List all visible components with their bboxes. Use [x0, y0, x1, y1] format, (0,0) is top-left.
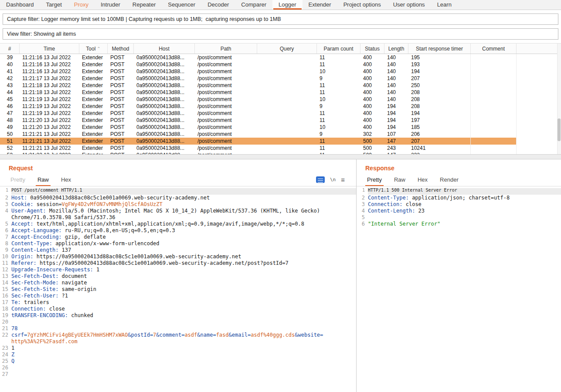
editor-line: 1HTTP/1.1 500 Internal Server Error [357, 188, 561, 195]
table-vertical-scrollbar[interactable] [557, 44, 561, 154]
table-row[interactable]: 5211:21:21 13 Jul 2022ExtenderPOST0a9500… [0, 145, 561, 152]
response-tab-hex[interactable]: Hex [411, 173, 434, 186]
cell: 0a9500020413d88... [134, 110, 195, 117]
column-header-time[interactable]: Time [20, 44, 79, 54]
response-tab-render[interactable]: Render [434, 173, 465, 186]
table-row[interactable]: 4711:21:19 13 Jul 2022ExtenderPOST0a9500… [0, 110, 561, 117]
cell: 208 [408, 103, 471, 110]
cell-filler [517, 82, 561, 89]
syntax-highlight-icon[interactable] [316, 176, 325, 183]
request-tab-pretty[interactable]: Pretty [4, 173, 31, 186]
response-tab-raw[interactable]: Raw [388, 173, 411, 186]
tab-dashboard[interactable]: Dashboard [0, 0, 40, 10]
show-newlines-icon[interactable]: \n [330, 177, 336, 182]
capture-filter-bar[interactable]: Capture filter: Logger memory limit set … [3, 14, 558, 25]
column-header-filler [517, 44, 561, 54]
line-content: Accept: text/html,application/xhtml+xml,… [11, 221, 356, 227]
column-header-status[interactable]: Status [360, 44, 384, 54]
tab-logger[interactable]: Logger [272, 0, 302, 10]
line-number: 27 [0, 371, 11, 378]
tab-comparer[interactable]: Comparer [235, 0, 272, 10]
cell [257, 124, 317, 131]
editor-line: 17Te: trailers [0, 299, 356, 306]
cell: 140 [384, 75, 408, 82]
cell: 40 [0, 61, 20, 68]
code-segment: asdf%40ggg.cds [251, 332, 295, 338]
code-segment: session= [34, 201, 62, 207]
editor-line: 12Upgrade-Insecure-Requests: 1 [0, 267, 356, 273]
table-row[interactable]: 5111:21:21 13 Jul 2022ExtenderPOST0a9500… [0, 138, 561, 145]
column-header-start-response-timer[interactable]: Start response timer [408, 44, 471, 54]
cell: 48 [0, 117, 20, 124]
column-header-path[interactable]: Path [195, 44, 257, 54]
table-row[interactable]: 4611:21:19 13 Jul 2022ExtenderPOST0a9500… [0, 103, 561, 110]
table-row[interactable]: 4511:21:19 13 Jul 2022ExtenderPOST0a9500… [0, 96, 561, 103]
request-editor[interactable]: 1POST /post/comment HTTP/1.12Host: 0a950… [0, 186, 356, 378]
cell: 0a9500020413d88... [134, 96, 195, 103]
tab-target[interactable]: Target [40, 0, 68, 10]
column-header-method[interactable]: Method [108, 44, 134, 54]
tab-proxy[interactable]: Proxy [68, 0, 95, 10]
table-row[interactable]: 5011:21:21 13 Jul 2022ExtenderPOST0a9500… [0, 131, 561, 138]
column-header-length[interactable]: Length [384, 44, 408, 54]
tab-decoder[interactable]: Decoder [201, 0, 235, 10]
cell: 195 [408, 54, 471, 61]
cell: 11 [317, 82, 360, 89]
tab-sequencer[interactable]: Sequencer [162, 0, 201, 10]
line-number: 21 [0, 325, 11, 332]
table-row[interactable]: 4911:21:20 13 Jul 2022ExtenderPOST0a9500… [0, 124, 561, 131]
response-tab-pretty[interactable]: Pretty [361, 173, 388, 186]
column-header-tool[interactable]: Tool⌃ [79, 44, 108, 54]
line-content: Sec-Fetch-Mode: navigate [11, 280, 356, 286]
view-filter-bar[interactable]: View filter: Showing all items [3, 28, 558, 40]
cell: Extender [79, 152, 108, 154]
cell: 44 [0, 89, 20, 96]
cell: 43 [0, 82, 20, 89]
cell: POST [108, 82, 134, 89]
cell: 185 [408, 124, 471, 131]
cell: Extender [79, 61, 108, 68]
request-tab-hex[interactable]: Hex [55, 173, 77, 186]
tab-intruder[interactable]: Intruder [95, 0, 126, 10]
cell [257, 103, 317, 110]
tab-repeater[interactable]: Repeater [126, 0, 162, 10]
cell: 243 [384, 145, 408, 152]
cell: 11:21:18 13 Jul 2022 [20, 89, 79, 96]
line-number: 16 [0, 293, 11, 299]
cell: 194 [384, 103, 408, 110]
response-editor[interactable]: 1HTTP/1.1 500 Internal Server Error2Cont… [357, 186, 561, 227]
column-label: Param count [323, 46, 353, 52]
cell: POST [108, 75, 134, 82]
table-row[interactable]: 4411:21:18 13 Jul 2022ExtenderPOST0a9500… [0, 89, 561, 96]
column-header-host[interactable]: Host [134, 44, 195, 54]
tab-user-options[interactable]: User options [387, 0, 431, 10]
table-row[interactable]: 4011:21:16 13 Jul 2022ExtenderPOST0a9500… [0, 61, 561, 68]
table-row[interactable]: 4211:21:17 13 Jul 2022ExtenderPOST0a9500… [0, 75, 561, 82]
horizontal-splitter[interactable] [0, 154, 561, 159]
column-header-param-count[interactable]: Param count [317, 44, 360, 54]
column-header-comment[interactable]: Comment [471, 44, 517, 54]
code-segment: Content-Type: [368, 195, 409, 201]
table-row[interactable]: 4811:21:20 13 Jul 2022ExtenderPOST0a9500… [0, 117, 561, 124]
request-tab-raw[interactable]: Raw [31, 173, 55, 186]
table-row[interactable]: 3911:21:16 13 Jul 2022ExtenderPOST0a9500… [0, 54, 561, 61]
table-row[interactable]: 4111:21:16 13 Jul 2022ExtenderPOST0a9500… [0, 68, 561, 75]
column-header-num[interactable]: # [0, 44, 20, 54]
code-segment: Accept-Encoding: [11, 234, 62, 240]
cell: 53 [0, 152, 20, 154]
cell-filler [517, 110, 561, 117]
table-row[interactable]: 4311:21:18 13 Jul 2022ExtenderPOST0a9500… [0, 82, 561, 89]
editor-menu-icon[interactable]: ≡ [341, 176, 345, 183]
editor-line: 4User-Agent: Mozilla/5.0 (Macintosh; Int… [0, 208, 356, 221]
cell: 11:21:21 13 Jul 2022 [20, 138, 79, 145]
tab-learn[interactable]: Learn [431, 0, 458, 10]
cell: 11 [317, 110, 360, 117]
cell: 46 [0, 103, 20, 110]
tab-extender[interactable]: Extender [303, 0, 337, 10]
scrollbar-thumb[interactable] [558, 118, 561, 141]
tab-project-options[interactable]: Project options [337, 0, 387, 10]
column-header-query[interactable]: Query [257, 44, 317, 54]
line-number: 24 [0, 351, 11, 358]
table-row[interactable]: 5311:21:22 13 Jul 2022ExtenderPOST0a9500… [0, 152, 561, 154]
code-segment: 23 [415, 208, 425, 214]
